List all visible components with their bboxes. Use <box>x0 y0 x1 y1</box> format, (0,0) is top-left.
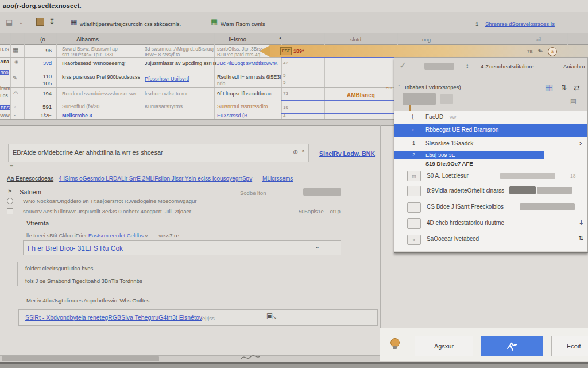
col-header-f[interactable]: ail <box>536 37 541 43</box>
col-header-num[interactable]: (o <box>40 36 45 43</box>
menu-item-label: 4D ehcb hrdestatoriou riuutrne <box>427 220 504 226</box>
row-number: 591 <box>17 103 52 110</box>
app-icon[interactable] <box>36 18 44 26</box>
col-header-e[interactable]: oug <box>422 37 431 43</box>
edit-button[interactable]: Ecoit <box>551 336 588 356</box>
notification-count: 1 <box>475 21 478 27</box>
search-mic-icon[interactable]: ª <box>302 148 304 155</box>
gridline <box>56 33 57 119</box>
confirm-button[interactable] <box>481 336 543 356</box>
menu-item-label: Slisoslise 1Saadck <box>425 140 473 147</box>
cell: Rocdoud ssmduiesssshrosrr swr <box>62 91 137 97</box>
dot-glyph: ∙ <box>413 221 415 227</box>
search-query-text[interactable]: EBrAtde orMdebcrine Aer ahhd:tllna ia wr… <box>13 149 163 156</box>
confirm-bird-icon <box>505 340 519 353</box>
filters-link2[interactable]: MLicrssems <box>262 175 293 182</box>
grid-view-icon[interactable]: ▦ <box>545 82 553 93</box>
one-icon: 1 <box>412 140 415 146</box>
bookmark-sheet[interactable]: wtlarlht|perswrtrejcsurcoln css stikcecr… <box>80 21 181 27</box>
menu-item[interactable]: ( FacUD vw <box>394 111 587 124</box>
checkbox[interactable] <box>7 208 13 214</box>
dialog-subheader: Inbahes i VdItrxsropes) <box>405 84 461 90</box>
cell-link[interactable]: Melisrrche 3 <box>62 113 92 118</box>
checkbox-label[interactable]: souvcrv.Aes:hTllnrwvr Jrspuvollt 3ed3s.0… <box>23 208 191 214</box>
search-side-link[interactable]: SIneIRv Lodw. BNK <box>319 150 375 157</box>
desc-gray2: v——vcss7 œ <box>144 232 179 239</box>
download-icon[interactable]: ↧ <box>49 17 55 26</box>
row-dash-icon[interactable]: ‐ <box>14 112 16 118</box>
highlight-small: em <box>386 85 392 90</box>
radio-label[interactable]: WNo NockoarOngddero 9n Tr:ae|oersrrot RJ… <box>23 198 196 204</box>
box-caret-icon[interactable]: ⌄ <box>315 243 320 250</box>
sheet-icon: ▦ <box>71 18 77 26</box>
menu-item-selected[interactable]: ◦ Rbbeogat UE Red Bramsron <box>394 124 587 137</box>
cell-meta: 16 <box>283 105 288 110</box>
two-icon: 2 <box>412 152 415 158</box>
col-header-a[interactable]: Albaoms <box>76 36 99 43</box>
cell: Rsofkredl l= srrrrusts 6t5E3l <box>217 74 281 80</box>
row-number[interactable]: 3vd <box>17 60 52 66</box>
chevron-down-icon[interactable]: ⌄ <box>19 20 24 25</box>
menu-item[interactable]: ⋯ CS Bdoe J iSarrt Freeckoibios <box>394 200 587 216</box>
gridline <box>10 33 11 119</box>
cell-link[interactable]: Pfossrhsvr Uoilsvrtf <box>145 76 189 82</box>
menu-item[interactable]: ⋯ 8:9Vldla raderteOrhelIt cinarss <box>394 183 587 200</box>
cell: BTIPec patd mrs 4g <box>217 52 260 57</box>
menu-item-partial-selected[interactable]: 2 Ebuj 309 3E <box>394 151 587 159</box>
menu-list: ( FacUD vw ◦ Rbbeogat UE Red Bramsron 1 … <box>394 111 587 251</box>
selection-line <box>281 100 397 101</box>
cell: lrsrhue ovtlsr tu rur <box>145 91 188 97</box>
cell: 9f Lltrupsr lfhsoudtbrrac <box>217 91 272 97</box>
menu-item[interactable]: ▤ S0 A. Loetzlesur 18 <box>394 169 587 183</box>
bookmark-green[interactable]: Wism Rsom cwnls <box>220 21 265 27</box>
hscrollbar-thumb[interactable] <box>2 356 159 361</box>
filters-link[interactable]: 4 ISims oGesmdo LRDALir SrrE 2MLiFslion … <box>59 175 252 182</box>
updown-icon[interactable]: ↕ <box>466 62 469 69</box>
collapse-icon[interactable]: ˆ <box>398 85 400 91</box>
stamp-icon[interactable]: ▤ <box>6 18 13 26</box>
menu-item[interactable]: 1 Slisoslise 1Saadck › <box>394 137 587 151</box>
cell: IRaorbesesd 'wsnooeeemg' <box>62 60 126 66</box>
swap-icon[interactable]: ⇄ <box>574 83 580 92</box>
row-square-icon[interactable]: ▫ <box>14 103 16 109</box>
filters-label[interactable]: Aa Eenesocdoeas <box>7 175 53 182</box>
col-header-c[interactable]: IFIsroo <box>229 36 246 43</box>
cell-link[interactable]: EuXsrrssd (B <box>217 113 247 118</box>
download-small-icon: ↧ <box>578 218 584 227</box>
bottom-link[interactable]: SSiRt - Xbdvondbyteia renetegRGBSIva Teh… <box>25 314 202 321</box>
menu-item[interactable]: ∙ 4D ehcb hrdestatoriou riuutrne ↧ <box>394 216 587 232</box>
cell: SurPoffud (f9/20 <box>62 103 99 109</box>
partial-selection <box>394 151 544 159</box>
cell: srrr 19u^z4s= Tpu' T33L. <box>62 52 116 57</box>
cell: nrlo...... <box>217 80 233 86</box>
search-target-icon[interactable]: ⊕ <box>293 148 298 156</box>
row-fragment: BJS <box>0 47 10 52</box>
mini-panel-icon[interactable]: ▤ <box>570 97 576 105</box>
menu-item-label: SaOocear Ivetabced <box>427 236 479 242</box>
cell-meta: 5 <box>283 80 285 85</box>
fragment-badge: 300 <box>0 70 9 75</box>
menu-item[interactable]: S19 Dfe:9Oe7 AFE <box>394 159 587 168</box>
cancel-button[interactable]: Agsxur <box>415 336 473 356</box>
paren-icon: ( <box>412 113 413 120</box>
thumb-redacted <box>403 93 436 105</box>
cell-meta: 42 <box>283 60 288 66</box>
cell: SuIsnrrtul tssrrrrssdlro <box>217 103 268 109</box>
cell-link[interactable]: JBc 4lB3ogt svMdtlscwvrK <box>217 60 278 66</box>
thumb-redacted <box>440 94 453 104</box>
row-redacted <box>500 172 555 179</box>
dialog-header-right[interactable]: Auiachro <box>563 63 585 70</box>
menu-item[interactable]: » SaOocear Ivetabced ⇅ <box>394 232 587 248</box>
col-header-d[interactable]: slutd <box>350 37 361 43</box>
comment-bubble-icon[interactable]: ä <box>548 47 557 56</box>
account-link[interactable]: Shrenrse dSorsvelosrsces Is <box>485 21 555 27</box>
radio-button[interactable] <box>7 198 13 204</box>
desc-blue[interactable]: Eastsrm eerdet Celtlbs <box>88 232 144 239</box>
field-value-redacted[interactable] <box>303 188 341 195</box>
sort-vertical-icon[interactable]: ⇅ <box>561 83 567 91</box>
open-box-icon[interactable]: ▣ <box>266 312 273 320</box>
action-link[interactable]: Fh er Brel Bico- 31Ef S Ru Cok <box>28 244 123 252</box>
highlight-arrow <box>260 45 270 57</box>
notes-divider <box>23 289 293 289</box>
band-value: 189* <box>293 48 304 54</box>
